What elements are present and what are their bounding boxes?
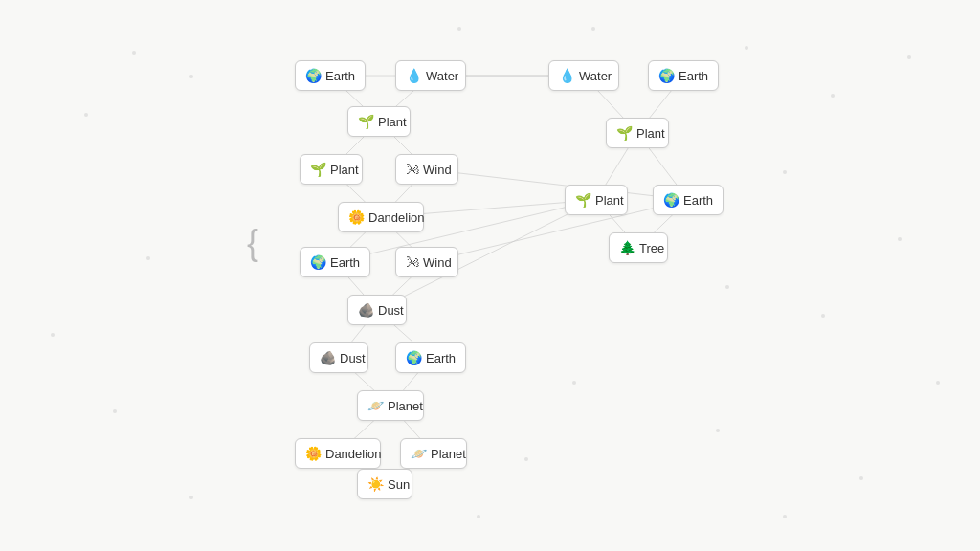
dust2-icon: 🪨 [320, 350, 336, 365]
node-wind2[interactable]: 🌬Wind [395, 247, 458, 277]
node-dust1[interactable]: 🪨Dust [347, 295, 407, 325]
earth5-label: Earth [683, 193, 713, 208]
planet2-label: Planet [431, 447, 466, 461]
node-earth1[interactable]: 🌍Earth [295, 60, 366, 91]
svg-line-52 [427, 169, 688, 200]
node-dust2[interactable]: 🪨Dust [309, 342, 368, 373]
water2-icon: 💧 [559, 68, 575, 83]
svg-point-18 [524, 457, 528, 461]
bracket: { [247, 223, 258, 263]
node-dandelion1[interactable]: 🌼Dandelion [338, 202, 424, 232]
svg-point-14 [859, 476, 863, 480]
dandelion2-icon: 🌼 [305, 446, 322, 461]
node-wind1[interactable]: 🌬Wind [395, 154, 458, 185]
earth2-label: Earth [330, 255, 360, 270]
water1-icon: 💧 [406, 68, 422, 83]
plant3-icon: 🌱 [616, 125, 633, 141]
svg-point-13 [716, 429, 720, 432]
svg-point-4 [113, 409, 117, 413]
wind2-label: Wind [423, 255, 452, 270]
earth1-icon: 🌍 [305, 68, 322, 83]
node-sun1[interactable]: ☀️Sun [357, 469, 412, 499]
earth2-icon: 🌍 [310, 254, 326, 270]
svg-point-11 [821, 314, 825, 318]
node-plant2[interactable]: 🌱Plant [300, 154, 363, 185]
node-earth4[interactable]: 🌍Earth [648, 60, 719, 91]
earth4-label: Earth [679, 69, 708, 83]
planet2-icon: 🪐 [411, 446, 427, 461]
wind1-icon: 🌬 [406, 162, 419, 177]
tree1-label: Tree [639, 241, 664, 255]
node-water2[interactable]: 💧Water [548, 60, 619, 91]
plant3-label: Plant [636, 126, 665, 141]
sun1-label: Sun [388, 477, 410, 492]
svg-point-1 [84, 113, 88, 117]
svg-point-0 [132, 51, 136, 55]
node-earth3[interactable]: 🌍Earth [395, 342, 466, 373]
earth3-label: Earth [426, 351, 456, 365]
node-dandelion2[interactable]: 🌼Dandelion [295, 438, 381, 469]
dust1-label: Dust [378, 303, 404, 318]
plant4-icon: 🌱 [575, 192, 591, 208]
water2-label: Water [579, 69, 612, 83]
svg-point-3 [51, 333, 55, 337]
node-planet1[interactable]: 🪐Planet [357, 390, 424, 421]
svg-point-17 [477, 515, 480, 518]
earth5-icon: 🌍 [663, 192, 679, 208]
sun1-icon: ☀️ [368, 476, 384, 492]
wind1-label: Wind [423, 163, 452, 177]
svg-point-15 [783, 515, 787, 518]
dandelion1-label: Dandelion [368, 210, 425, 225]
node-earth5[interactable]: 🌍Earth [653, 185, 724, 215]
plant1-icon: 🌱 [358, 114, 374, 129]
svg-point-19 [457, 27, 461, 31]
planet1-icon: 🪐 [368, 398, 384, 413]
svg-point-2 [146, 256, 150, 260]
node-tree1[interactable]: 🌲Tree [609, 232, 668, 263]
svg-point-21 [725, 285, 729, 289]
dandelion2-label: Dandelion [325, 447, 382, 461]
svg-point-22 [572, 381, 576, 385]
svg-point-5 [189, 496, 193, 499]
tree1-icon: 🌲 [619, 240, 635, 255]
plant2-icon: 🌱 [310, 162, 326, 177]
svg-point-10 [898, 237, 902, 241]
water1-label: Water [426, 69, 458, 83]
dandelion1-icon: 🌼 [348, 209, 365, 225]
svg-point-16 [189, 75, 193, 78]
svg-point-20 [591, 27, 595, 31]
earth4-icon: 🌍 [658, 68, 675, 83]
svg-point-7 [831, 94, 835, 98]
earth3-icon: 🌍 [406, 350, 422, 365]
node-water1[interactable]: 💧Water [395, 60, 466, 91]
plant2-label: Plant [330, 163, 359, 177]
svg-point-8 [907, 55, 911, 59]
node-planet2[interactable]: 🪐Planet [400, 438, 467, 469]
plant1-label: Plant [378, 115, 407, 129]
node-plant1[interactable]: 🌱Plant [347, 106, 411, 137]
plant4-label: Plant [595, 193, 624, 208]
node-earth2[interactable]: 🌍Earth [300, 247, 370, 277]
svg-point-12 [936, 381, 940, 385]
dust2-label: Dust [340, 351, 366, 365]
earth1-label: Earth [325, 69, 355, 83]
dust1-icon: 🪨 [358, 302, 374, 318]
planet1-label: Planet [388, 399, 423, 413]
node-plant3[interactable]: 🌱Plant [606, 118, 669, 148]
wind2-icon: 🌬 [406, 254, 419, 270]
node-plant4[interactable]: 🌱Plant [565, 185, 628, 215]
svg-point-6 [745, 46, 748, 50]
svg-point-9 [783, 170, 787, 174]
